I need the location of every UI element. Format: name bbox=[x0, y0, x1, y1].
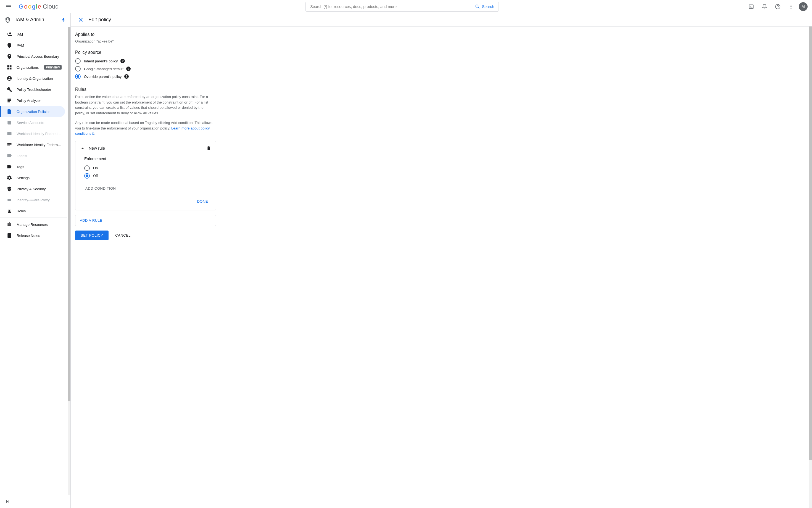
google-cloud-logo[interactable]: GoogleCloud bbox=[19, 3, 59, 10]
sidebar-item-label: Tags bbox=[16, 165, 62, 169]
sidebar-item-label: Policy Troubleshooter bbox=[16, 87, 62, 92]
radio-button[interactable] bbox=[75, 74, 81, 79]
rule-header: New rule bbox=[80, 145, 211, 151]
close-icon bbox=[77, 16, 84, 23]
sidebar-item-organization-policies[interactable]: Organization Policies bbox=[0, 106, 65, 117]
collapse-sidebar-button[interactable] bbox=[3, 497, 12, 506]
done-button[interactable]: DONE bbox=[194, 197, 211, 206]
add-rule-button[interactable]: ADD A RULE bbox=[75, 215, 216, 226]
analyzer-icon bbox=[7, 98, 12, 103]
sidebar-item-label: IAM bbox=[16, 32, 62, 36]
content-inner: Applies to Organization "ackee.be" Polic… bbox=[75, 32, 285, 240]
sidebar-item-privacy-security[interactable]: Privacy & Security bbox=[0, 183, 65, 195]
rule-card: New rule Enforcement OnOff ADD CONDITION… bbox=[75, 141, 216, 210]
preview-badge: PREVIEW bbox=[44, 65, 62, 70]
sidebar-item-release-notes[interactable]: Release Notes bbox=[0, 230, 65, 241]
radio-button[interactable] bbox=[84, 173, 90, 179]
policy-source-radios: Inherit parent's policy?Google-managed d… bbox=[75, 57, 285, 80]
enforcement-heading: Enforcement bbox=[84, 157, 211, 161]
privacy-icon bbox=[7, 186, 12, 192]
sidebar-item-pam[interactable]: PAM bbox=[0, 40, 65, 51]
sidebar-item-label: Release Notes bbox=[16, 234, 62, 238]
sidebar-item-labels[interactable]: Labels bbox=[0, 150, 65, 161]
main-scrollbar[interactable] bbox=[809, 27, 812, 508]
svg-point-4 bbox=[790, 8, 791, 8]
sidebar-item-workforce-identity-federa-[interactable]: Workforce Identity Federa... bbox=[0, 139, 65, 150]
rule-body: Enforcement OnOff ADD CONDITION DONE bbox=[80, 151, 211, 206]
policy-source-heading: Policy source bbox=[75, 50, 285, 55]
sidebar-item-label: Organizations bbox=[16, 66, 42, 70]
sidebar-header: IAM & Admin bbox=[0, 13, 71, 27]
sidebar-item-settings[interactable]: Settings bbox=[0, 172, 65, 183]
cloud-shell-button[interactable] bbox=[746, 1, 757, 12]
sidebar-item-policy-analyzer[interactable]: Policy Analyzer bbox=[0, 95, 65, 106]
sidebar-item-workload-identity-federat-[interactable]: Workload Identity Federat... bbox=[0, 128, 65, 139]
main-content: Applies to Organization "ackee.be" Polic… bbox=[71, 27, 812, 508]
sidebar-nav: IAMPAMPrincipal Access BoundaryOrganizat… bbox=[0, 27, 71, 495]
sidebar-item-tags[interactable]: Tags bbox=[0, 161, 65, 172]
help-icon[interactable]: ? bbox=[126, 67, 131, 71]
radio-label: On bbox=[93, 166, 98, 170]
svg-rect-6 bbox=[7, 132, 12, 135]
radio-button[interactable] bbox=[84, 165, 90, 171]
hamburger-icon bbox=[5, 3, 12, 10]
sidebar-footer bbox=[0, 495, 71, 508]
sidebar-item-identity-organization[interactable]: Identity & Organization bbox=[0, 73, 65, 84]
radio-button[interactable] bbox=[75, 66, 81, 72]
main: Edit policy Applies to Organization "ack… bbox=[71, 13, 812, 508]
sidebar-item-identity-aware-proxy[interactable]: Identity-Aware Proxy bbox=[0, 195, 65, 205]
search-button[interactable]: Search bbox=[470, 2, 498, 11]
boundary-icon bbox=[7, 53, 12, 59]
header-right: M bbox=[746, 1, 810, 12]
header-left: GoogleCloud bbox=[2, 0, 59, 13]
sidebar-item-organizations[interactable]: OrganizationsPREVIEW bbox=[0, 62, 65, 73]
sidebar-item-label: Organization Policies bbox=[16, 110, 62, 114]
more-vert-icon bbox=[788, 4, 794, 9]
bottom-actions: SET POLICY CANCEL bbox=[75, 230, 285, 240]
svg-point-2 bbox=[790, 4, 791, 5]
notifications-button[interactable] bbox=[759, 1, 770, 12]
sidebar-item-manage-resources[interactable]: Manage Resources bbox=[0, 219, 65, 230]
help-icon[interactable]: ? bbox=[124, 74, 129, 79]
sidebar-item-service-accounts[interactable]: Service Accounts bbox=[0, 117, 65, 128]
cancel-button[interactable]: CANCEL bbox=[113, 230, 133, 240]
sidebar-item-principal-access-boundary[interactable]: Principal Access Boundary bbox=[0, 51, 65, 62]
top-header: GoogleCloud Search M bbox=[0, 0, 812, 13]
pin-button[interactable] bbox=[61, 17, 66, 23]
sidebar-item-policy-troubleshooter[interactable]: Policy Troubleshooter bbox=[0, 84, 65, 95]
sidebar-item-iam[interactable]: IAM bbox=[0, 29, 65, 40]
sidebar-item-label: Principal Access Boundary bbox=[16, 54, 62, 58]
gear-icon bbox=[7, 175, 12, 180]
user-avatar[interactable]: M bbox=[799, 2, 808, 11]
policy-source-option: Inherit parent's policy? bbox=[75, 57, 285, 65]
chevron-left-icon bbox=[5, 499, 10, 504]
sidebar-item-label: Manage Resources bbox=[16, 222, 62, 227]
delete-rule-button[interactable] bbox=[206, 146, 211, 151]
search-input[interactable] bbox=[306, 4, 470, 9]
collapse-rule-button[interactable] bbox=[80, 145, 85, 151]
shield-icon bbox=[7, 43, 12, 48]
radio-label: Override parent's policy bbox=[84, 75, 122, 79]
add-condition-button[interactable]: ADD CONDITION bbox=[84, 184, 117, 193]
sidebar-item-label: Settings bbox=[16, 176, 62, 180]
rules-description-1: Rules define the values that are enforce… bbox=[75, 94, 213, 116]
sidebar-item-label: Policy Analyzer bbox=[16, 98, 62, 103]
sidebar-item-label: Privacy & Security bbox=[16, 187, 62, 191]
more-menu-button[interactable] bbox=[785, 1, 797, 12]
hamburger-menu[interactable] bbox=[2, 0, 15, 13]
radio-button[interactable] bbox=[75, 58, 81, 64]
label-icon bbox=[7, 153, 12, 159]
search-wrap: Search bbox=[59, 2, 746, 12]
sidebar-item-label: Identity & Organization bbox=[16, 77, 62, 81]
iam-admin-icon bbox=[4, 16, 11, 23]
close-button[interactable] bbox=[75, 14, 86, 26]
sidebar-item-label: Workforce Identity Federa... bbox=[16, 143, 62, 147]
set-policy-button[interactable]: SET POLICY bbox=[75, 230, 109, 240]
sidebar-scrollbar[interactable] bbox=[68, 27, 71, 495]
tag-icon bbox=[7, 164, 12, 170]
help-icon[interactable]: ? bbox=[120, 59, 125, 63]
help-button[interactable] bbox=[772, 1, 783, 12]
sidebar-item-roles[interactable]: Roles bbox=[0, 205, 65, 216]
layout: IAM & Admin IAMPAMPrincipal Access Bound… bbox=[0, 13, 812, 508]
help-circle-icon bbox=[775, 4, 780, 9]
